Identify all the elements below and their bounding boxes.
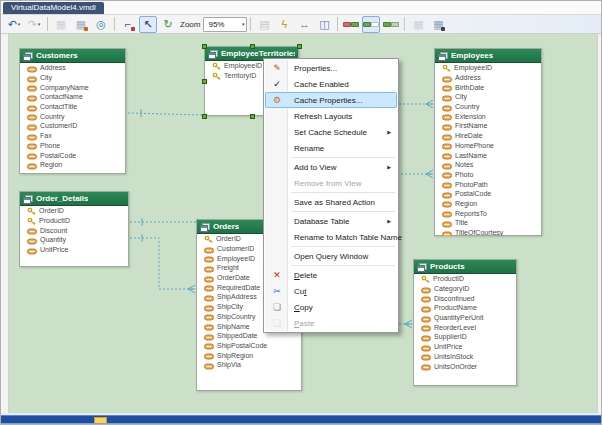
zoom-combobox[interactable]: 95%▾ <box>203 17 247 32</box>
field-name: ProductID <box>433 275 464 282</box>
undo-button[interactable]: ↶▾ <box>5 16 23 33</box>
menu-item-add-to-view[interactable]: Add to View▶ <box>265 159 397 175</box>
field-name: LastName <box>455 152 487 159</box>
script-button[interactable]: ϟ <box>275 16 293 33</box>
menu-item-label: Delete <box>288 271 396 280</box>
menu-item-rename[interactable]: Rename <box>265 140 397 156</box>
menu-item-open-query-window[interactable]: Open Query Window <box>265 248 397 264</box>
field-name: Quantity <box>40 236 66 243</box>
selection-handle[interactable] <box>202 44 207 49</box>
selection-handle[interactable] <box>250 114 255 119</box>
table-customers-fields: AddressCityCompanyNameContactNameContact… <box>20 63 125 174</box>
document-tab[interactable]: VirtualDataModel4.vmdl <box>3 2 104 14</box>
menu-separator <box>291 192 395 193</box>
field-row[interactable]: UnitPrice <box>20 245 128 255</box>
field-name: OrderDate <box>217 274 250 281</box>
field-name: UnitPrice <box>40 246 68 253</box>
field-name: ContactName <box>40 93 83 100</box>
refresh-layout-icon: ↻ <box>163 19 172 30</box>
field-row[interactable]: Region <box>20 160 125 170</box>
zoom-label: Zoom <box>180 20 200 29</box>
refresh-layout-button[interactable]: ↻ <box>159 16 177 33</box>
field-row[interactable]: OrderID <box>20 206 128 216</box>
show-relationships-button[interactable] <box>342 16 360 33</box>
table-customers-header[interactable]: Customers <box>20 49 125 63</box>
table-icon <box>417 258 427 276</box>
menu-item-label: Database Table <box>288 217 387 226</box>
fit-width-button[interactable]: ↔ <box>295 16 313 33</box>
field-name: Country <box>455 103 480 110</box>
select-window-button[interactable]: ▦ <box>429 16 447 33</box>
field-name: City <box>455 93 467 100</box>
table-title: Customers <box>36 51 78 60</box>
field-name: EmployeeID <box>454 64 492 71</box>
table-order-details[interactable]: Order_DetailsOrderIDProductIDDiscountQua… <box>19 191 129 267</box>
table-employees[interactable]: EmployeesEmployeeIDAddressBirthDateCityC… <box>434 48 542 236</box>
toolbar-separator <box>250 17 251 31</box>
table-products[interactable]: ProductsProductIDCategoryIDDiscontinuedP… <box>413 259 517 386</box>
menu-item-delete[interactable]: ✕Delete <box>265 267 397 283</box>
menu-item-database-table[interactable]: Database Table▶ <box>265 213 397 229</box>
context-menu-body: ✎Properties...✓Cache Enabled⚙Cache Prope… <box>265 60 397 331</box>
column-layout-icon: ◫ <box>319 19 329 30</box>
table-options-icon: ▦ <box>413 19 423 30</box>
field-row[interactable]: UnitsOnOrder <box>414 361 516 371</box>
table-products-header[interactable]: Products <box>414 260 516 274</box>
field-name: CompanyName <box>40 84 89 91</box>
table-icon <box>438 47 448 65</box>
submenu-arrow-icon: ▶ <box>387 218 396 224</box>
table-icon <box>23 190 33 208</box>
field-name: PostalCode <box>40 152 76 159</box>
field-name: EmployeeID <box>217 255 255 262</box>
field-name: Address <box>40 64 66 71</box>
field-name: Photo <box>455 171 473 178</box>
field-name: ShipRegion <box>217 352 253 359</box>
field-name: SupplierID <box>434 333 467 340</box>
toolbar-separator <box>404 17 405 31</box>
badge-dot-icon <box>441 27 445 31</box>
menu-item-copy[interactable]: ❏Copy <box>265 299 397 315</box>
selection-handle[interactable] <box>202 79 207 84</box>
field-name: Address <box>455 74 481 81</box>
table-order-details-header[interactable]: Order_Details <box>20 192 128 206</box>
field-name: UnitPrice <box>434 343 462 350</box>
script-icon: ϟ <box>282 19 288 30</box>
show-panel-button[interactable] <box>362 16 380 33</box>
table-customers[interactable]: CustomersAddressCityCompanyNameContactNa… <box>19 48 126 174</box>
orbit-view-button[interactable]: ◎ <box>92 16 110 33</box>
menu-item-set-cache-schedule[interactable]: Set Cache Schedule▶ <box>265 124 397 140</box>
context-menu: ✎Properties...✓Cache Enabled⚙Cache Prope… <box>263 58 399 333</box>
field-name: Phone <box>40 142 60 149</box>
app-window: VirtualDataModel4.vmdl ↶▾↷▾▦▦◎⌐↖↻Zoom95%… <box>0 0 602 425</box>
copy-icon: ❏ <box>266 300 288 314</box>
add-model-button[interactable]: ▦ <box>72 16 90 33</box>
field-row[interactable]: ShipVia <box>197 360 301 370</box>
field-name: ShipCountry <box>217 313 256 320</box>
badge-dot-icon <box>84 27 88 31</box>
column-layout-button[interactable]: ◫ <box>315 16 333 33</box>
toolbar: ↶▾↷▾▦▦◎⌐↖↻Zoom95%▾▤ϟ↔◫▦▦ <box>1 15 602 34</box>
menu-item-rename-to-match-table-name[interactable]: Rename to Match Table Name <box>265 229 397 245</box>
menu-item-properties[interactable]: ✎Properties... <box>265 60 397 76</box>
connector-tool-button[interactable]: ⌐ <box>119 16 137 33</box>
selection-handle[interactable] <box>202 114 207 119</box>
selection-handle[interactable] <box>250 44 255 49</box>
menu-item-save-as-shared-action[interactable]: Save as Shared Action <box>265 194 397 210</box>
table-icon <box>208 45 218 63</box>
field-name: FirstName <box>455 122 487 129</box>
menu-item-cache-properties[interactable]: ⚙Cache Properties... <box>265 92 397 108</box>
field-row[interactable]: TitleOfCourtesy <box>435 228 541 236</box>
fit-width-icon: ↔ <box>299 19 310 30</box>
menu-item-refresh-layouts[interactable]: Refresh Layouts <box>265 108 397 124</box>
pointer-tool-button[interactable]: ↖ <box>139 16 157 33</box>
pointer-tool-icon: ↖ <box>143 19 152 30</box>
selection-handle[interactable] <box>297 44 302 49</box>
field-name: TitleOfCourtesy <box>455 229 503 236</box>
field-name: Freight <box>217 264 239 271</box>
show-details-button[interactable] <box>382 16 400 33</box>
menu-item-cache-enabled[interactable]: ✓Cache Enabled <box>265 76 397 92</box>
dropdown-caret-icon: ▾ <box>18 21 21 27</box>
menu-item-cut[interactable]: ✂Cut <box>265 283 397 299</box>
table-employees-header[interactable]: Employees <box>435 49 541 63</box>
field-name: UnitsInStock <box>434 353 473 360</box>
